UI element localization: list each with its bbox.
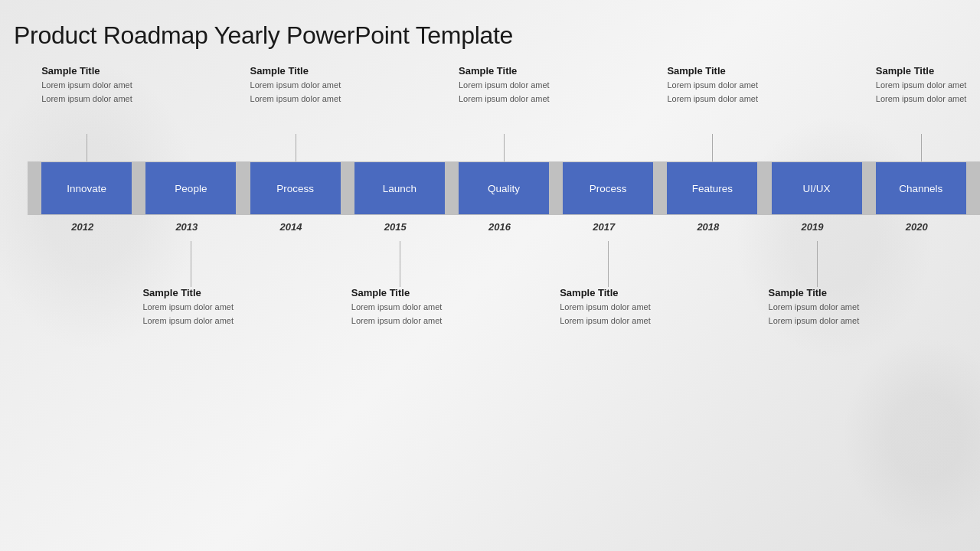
- top-labels-row: Sample Title Lorem ipsum dolor ametLorem…: [28, 65, 980, 134]
- bottom-labels-row: Sample Title Lorem ipsum dolor ametLorem…: [28, 287, 980, 348]
- bottom-label-2019: Sample Title Lorem ipsum dolor ametLorem…: [769, 287, 888, 328]
- top-label-2016: Sample Title Lorem ipsum dolor ametLorem…: [459, 65, 563, 106]
- top-connector-2020: [921, 134, 922, 161]
- timeline-container: Sample Title Lorem ipsum dolor ametLorem…: [28, 65, 980, 348]
- lorem-line: Lorem ipsum dolor amet: [250, 93, 354, 106]
- lorem-line-bottom: Lorem ipsum dolor amet: [351, 301, 471, 315]
- content-area: Product Roadmap Yearly PowerPoint Templa…: [0, 0, 980, 348]
- milestone-label-2014: Process: [276, 183, 314, 194]
- bottom-connector-2013: [191, 241, 191, 287]
- milestone-box-2018: Features: [667, 162, 757, 214]
- lorem-line: Lorem ipsum dolor amet: [667, 93, 771, 106]
- top-connector-2014: [296, 134, 296, 161]
- lorem-line: Lorem ipsum dolor amet: [876, 79, 980, 93]
- lorem-line: Lorem ipsum dolor amet: [876, 93, 980, 106]
- bottom-label-2017: Sample Title Lorem ipsum dolor ametLorem…: [560, 287, 679, 328]
- milestone-box-2012: Innovate: [41, 162, 132, 214]
- lorem-line: Lorem ipsum dolor amet: [667, 79, 771, 93]
- year-label-2013: 2013: [175, 221, 198, 233]
- year-label-2015: 2015: [384, 221, 407, 233]
- milestone-label-2015: Launch: [383, 183, 416, 194]
- year-label-2012: 2012: [71, 221, 93, 233]
- top-connector-2016: [504, 134, 505, 161]
- lorem-line-bottom: Lorem ipsum dolor amet: [142, 301, 262, 315]
- top-connector-2012: [87, 134, 87, 161]
- top-connector-2018: [712, 134, 713, 161]
- lorem-line: Lorem ipsum dolor amet: [459, 93, 563, 106]
- lorem-line: Lorem ipsum dolor amet: [41, 79, 145, 93]
- sample-title-top-2016: Sample Title: [459, 65, 563, 77]
- lorem-line-bottom: Lorem ipsum dolor amet: [769, 301, 888, 315]
- lorem-line: Lorem ipsum dolor amet: [41, 93, 145, 106]
- year-label-2014: 2014: [280, 221, 302, 233]
- top-label-2020: Sample Title Lorem ipsum dolor ametLorem…: [876, 65, 980, 106]
- year-label-2017: 2017: [593, 221, 615, 233]
- milestone-label-2019: UI/UX: [803, 183, 831, 194]
- year-label-2019: 2019: [802, 221, 824, 233]
- milestone-box-2016: Quality: [459, 162, 549, 214]
- milestone-label-2013: People: [175, 183, 207, 194]
- timeline-bar: InnovatePeopleProcessLaunchQualityProces…: [28, 161, 980, 215]
- year-label-2018: 2018: [697, 221, 719, 233]
- lorem-line-bottom: Lorem ipsum dolor amet: [769, 315, 888, 328]
- bottom-label-2013: Sample Title Lorem ipsum dolor ametLorem…: [142, 287, 262, 328]
- milestone-label-2016: Quality: [488, 183, 520, 194]
- top-label-2014: Sample Title Lorem ipsum dolor ametLorem…: [250, 65, 354, 106]
- year-row: 201220132014201520162017201820192020: [28, 218, 980, 241]
- sample-title-bottom-2015: Sample Title: [351, 287, 471, 298]
- sample-title-top-2012: Sample Title: [41, 65, 145, 77]
- bottom-connector-2017: [608, 241, 609, 287]
- milestone-box-2017: Process: [563, 162, 653, 214]
- year-label-2016: 2016: [488, 221, 511, 233]
- lorem-line-bottom: Lorem ipsum dolor amet: [560, 315, 679, 328]
- lorem-line: Lorem ipsum dolor amet: [459, 79, 563, 93]
- bottom-connectors-row: [28, 241, 980, 287]
- lorem-line-bottom: Lorem ipsum dolor amet: [560, 301, 679, 315]
- top-label-2012: Sample Title Lorem ipsum dolor ametLorem…: [41, 65, 145, 106]
- milestone-box-2014: Process: [250, 162, 341, 214]
- sample-title-bottom-2013: Sample Title: [142, 287, 262, 298]
- top-connectors-row: [28, 134, 980, 161]
- milestone-label-2012: Innovate: [67, 183, 106, 194]
- milestone-box-2015: Launch: [354, 162, 445, 214]
- milestone-box-2013: People: [145, 162, 236, 214]
- sample-title-top-2018: Sample Title: [667, 65, 771, 77]
- bottom-connector-2015: [400, 241, 400, 287]
- milestone-box-2020: Channels: [876, 162, 966, 214]
- sample-title-bottom-2019: Sample Title: [769, 287, 888, 298]
- milestone-label-2018: Features: [692, 183, 733, 194]
- milestone-label-2017: Process: [590, 183, 627, 194]
- milestone-box-2019: UI/UX: [772, 162, 862, 214]
- lorem-line-bottom: Lorem ipsum dolor amet: [142, 315, 262, 328]
- lorem-line-bottom: Lorem ipsum dolor amet: [351, 315, 471, 328]
- sample-title-top-2014: Sample Title: [250, 65, 354, 77]
- lorem-line: Lorem ipsum dolor amet: [250, 79, 354, 93]
- top-label-2018: Sample Title Lorem ipsum dolor ametLorem…: [667, 65, 771, 106]
- bottom-label-2015: Sample Title Lorem ipsum dolor ametLorem…: [351, 287, 471, 328]
- sample-title-bottom-2017: Sample Title: [560, 287, 679, 298]
- year-label-2020: 2020: [906, 221, 928, 233]
- page-title: Product Roadmap Yearly PowerPoint Templa…: [14, 21, 966, 50]
- bottom-connector-2019: [817, 241, 818, 287]
- sample-title-top-2020: Sample Title: [876, 65, 980, 77]
- milestone-label-2020: Channels: [899, 183, 942, 194]
